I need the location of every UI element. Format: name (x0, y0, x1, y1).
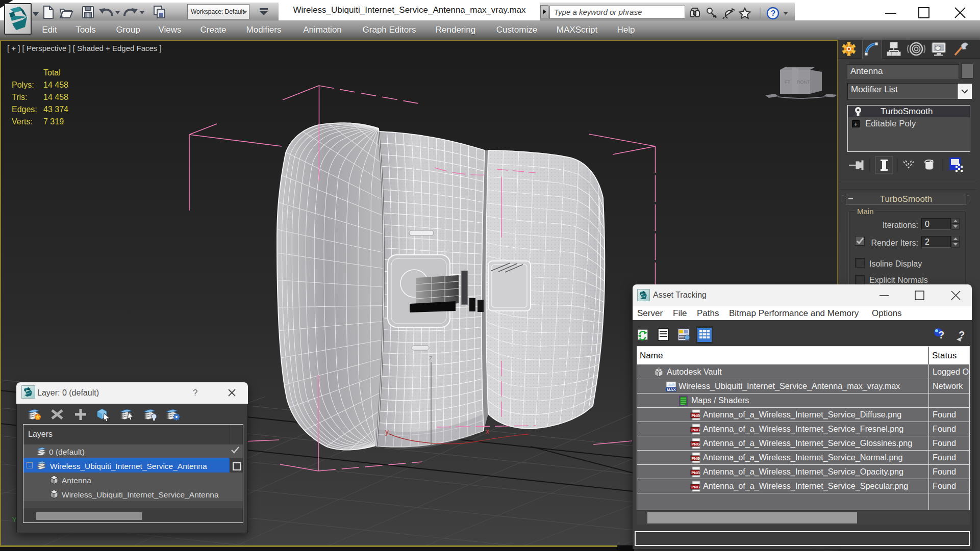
svg-text:PNG: PNG (692, 485, 700, 489)
svg-text:z: z (429, 354, 433, 362)
svg-text:x: x (486, 427, 489, 435)
svg-text:MAX: MAX (667, 387, 676, 392)
svg-text:FT: FT (785, 80, 790, 85)
svg-text:PNG: PNG (692, 470, 700, 475)
svg-text:PNG: PNG (692, 442, 700, 447)
svg-text:PNG: PNG (692, 413, 700, 418)
svg-text:y: y (385, 428, 389, 436)
svg-text:RONT: RONT (797, 80, 810, 85)
svg-text:?: ? (938, 329, 944, 340)
svg-text:PNG: PNG (692, 456, 700, 461)
svg-text:?: ? (771, 9, 776, 18)
svg-text:PNG: PNG (692, 428, 700, 432)
